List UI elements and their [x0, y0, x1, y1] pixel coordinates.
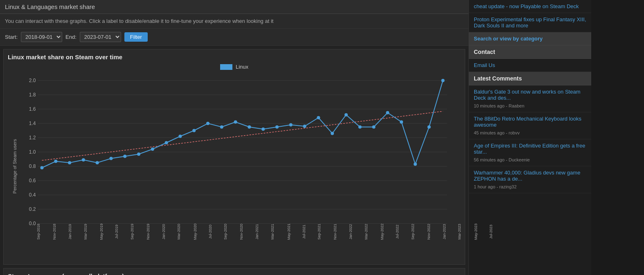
svg-point-32 [165, 141, 168, 144]
svg-point-38 [248, 125, 251, 129]
svg-point-40 [275, 125, 279, 129]
comment-item: Baldur's Gate 3 out now and works on Ste… [469, 85, 591, 112]
end-date-select[interactable]: 2023-07-01 2023-01-01 2022-01-01 [80, 32, 121, 42]
svg-text:0.6: 0.6 [29, 178, 36, 183]
svg-point-23 [41, 166, 44, 170]
svg-text:0.8: 0.8 [29, 163, 36, 169]
svg-text:0.0: 0.0 [29, 221, 36, 226]
comment-item: Warhammer 40,000: Gladius devs new game … [469, 166, 591, 193]
svg-point-36 [220, 125, 223, 129]
bottom-section-title: Steam Languages (across all platforms) [8, 273, 461, 275]
svg-point-37 [234, 121, 237, 124]
sidebar-email-link[interactable]: Email Us [469, 59, 591, 72]
svg-point-44 [331, 132, 334, 135]
chart-container: Percentage of Steam users 0.00.20.40.60.… [8, 72, 461, 260]
svg-point-51 [428, 125, 431, 129]
comment-item: Age of Empires III: Definitive Edition g… [469, 139, 591, 166]
x-axis-labels: Sep-2018Nov-2018Jan-2019Mar-2019May-2019… [28, 230, 457, 260]
comments-container: Baldur's Gate 3 out now and works on Ste… [469, 85, 591, 193]
y-axis-ticks [8, 76, 28, 228]
bottom-section: Steam Languages (across all platforms) [3, 268, 465, 275]
filter-bar: Start: 2018-09-01 2019-01-01 2020-01-01 … [0, 29, 468, 46]
svg-point-50 [414, 163, 417, 166]
svg-point-42 [303, 125, 306, 128]
svg-point-47 [372, 125, 376, 129]
comment-link[interactable]: The 8BitDo Retro Mechanical Keyboard loo… [474, 116, 586, 128]
end-label: End: [65, 34, 77, 40]
svg-point-41 [289, 123, 293, 127]
sidebar-search-highlight[interactable]: Search or view by category [469, 32, 591, 45]
page-title-bar: Linux & Languages market share [0, 0, 468, 14]
line-chart-svg: 0.00.20.40.60.81.01.21.41.61.82.0 [28, 76, 457, 228]
legend-color-linux [220, 64, 232, 70]
start-label: Start: [5, 34, 18, 40]
svg-point-45 [345, 113, 348, 116]
svg-text:1.4: 1.4 [29, 121, 36, 126]
comment-link[interactable]: Age of Empires III: Definitive Edition g… [474, 143, 586, 155]
sidebar-contact-header: Contact [469, 45, 591, 59]
start-date-select[interactable]: 2018-09-01 2019-01-01 2020-01-01 [21, 32, 62, 42]
svg-text:0.2: 0.2 [29, 206, 36, 212]
svg-text:0.4: 0.4 [29, 192, 36, 198]
svg-text:2.0: 2.0 [29, 78, 36, 83]
comment-link[interactable]: Warhammer 40,000: Gladius devs new game … [474, 170, 586, 182]
svg-point-33 [178, 135, 182, 138]
sidebar-link-proton[interactable]: Proton Experimental fixes up Final Fanta… [469, 13, 591, 32]
svg-point-27 [96, 161, 99, 164]
page-title: Linux & Languages market share [5, 3, 95, 10]
svg-text:1.6: 1.6 [29, 106, 36, 112]
comment-item: The 8BitDo Retro Mechanical Keyboard loo… [469, 112, 591, 139]
line-chart-section: Linux market share on Steam over time Li… [3, 49, 465, 265]
chart-legend: Linux [8, 64, 461, 70]
svg-text:1.0: 1.0 [29, 149, 36, 155]
chart-title: Linux market share on Steam over time [8, 54, 461, 60]
svg-point-29 [123, 155, 126, 158]
svg-point-49 [400, 121, 403, 124]
svg-point-28 [109, 157, 113, 160]
svg-point-39 [261, 127, 265, 131]
comment-meta: 56 minutes ago - Duckeenie [474, 157, 530, 162]
svg-point-31 [151, 148, 154, 151]
comment-link[interactable]: Baldur's Gate 3 out now and works on Ste… [474, 89, 586, 101]
sidebar-link-cheat-update[interactable]: cheat update - now Playable on Steam Dec… [469, 0, 591, 13]
chart-plot-area: 0.00.20.40.60.81.01.21.41.61.82.0 [28, 76, 457, 228]
comment-meta: 45 minutes ago - robvv [474, 130, 520, 135]
page-description: You can interact with these graphs. Clic… [5, 18, 273, 24]
svg-point-35 [206, 122, 209, 125]
svg-text:1.8: 1.8 [29, 92, 36, 98]
svg-text:1.2: 1.2 [29, 135, 36, 141]
x-axis-label: Jul-2023 [489, 225, 518, 239]
svg-point-46 [358, 125, 362, 129]
legend-label-linux: Linux [236, 64, 248, 70]
svg-point-26 [82, 158, 85, 161]
svg-point-52 [441, 79, 445, 82]
svg-line-22 [42, 111, 443, 160]
comment-meta: 1 hour ago - razing32 [474, 184, 517, 189]
description-bar: You can interact with these graphs. Clic… [0, 14, 468, 29]
filter-button[interactable]: Filter [124, 32, 148, 42]
svg-point-30 [137, 152, 140, 156]
svg-point-43 [317, 116, 320, 119]
svg-point-48 [386, 111, 389, 114]
svg-point-25 [68, 161, 71, 164]
svg-point-24 [54, 160, 57, 163]
sidebar-comments-header: Latest Comments [469, 72, 591, 85]
main-content: Linux & Languages market share You can i… [0, 0, 468, 275]
svg-point-34 [192, 129, 196, 132]
comment-meta: 10 minutes ago - Raaben [474, 103, 525, 108]
